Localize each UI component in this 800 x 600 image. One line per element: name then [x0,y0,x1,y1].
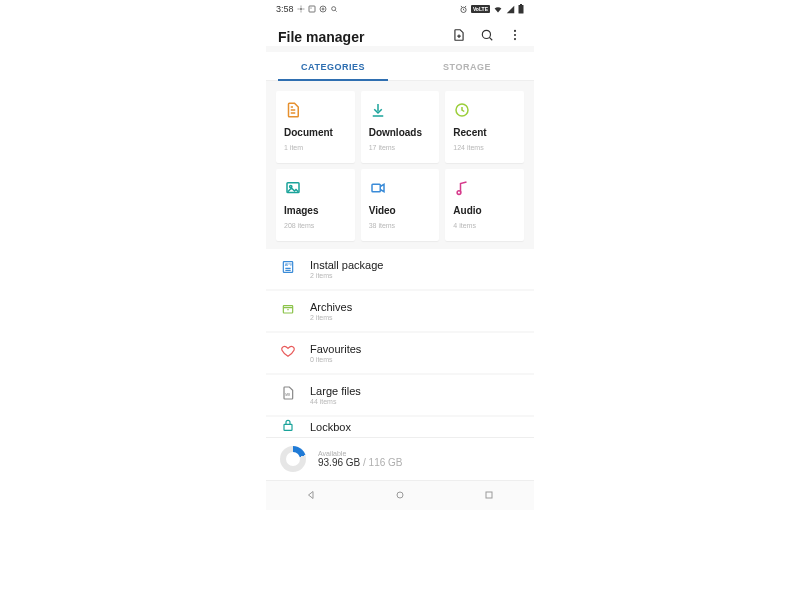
card-title: Downloads [369,127,432,138]
card-sub: 208 items [284,222,347,229]
alarm-icon [459,5,468,14]
list-title: Install package [310,259,383,271]
card-title: Audio [453,205,516,216]
download-icon [369,101,432,121]
more-vert-icon [508,28,522,42]
svg-point-23 [397,492,403,498]
card-downloads[interactable]: Downloads 17 items [361,91,440,163]
large-file-icon: MB [280,385,296,405]
recent-icon [453,101,516,121]
list-title: Archives [310,301,352,313]
circle-home-icon [394,489,406,501]
card-title: Images [284,205,347,216]
status-bar: 3:58 VoLTE [266,0,534,18]
svg-point-4 [320,6,326,12]
card-recent[interactable]: Recent 124 items [445,91,524,163]
list-sub: 44 items [310,398,361,405]
svg-rect-7 [519,5,524,14]
category-grid: Document 1 item Downloads 17 items Recen… [266,81,534,247]
tabs: CATEGORIES STORAGE [266,52,534,81]
android-nav-bar [266,480,534,510]
svg-point-3 [322,8,324,10]
storage-pie-icon [280,446,306,472]
card-title: Video [369,205,432,216]
app-header: File manager [266,18,534,46]
card-images[interactable]: Images 208 items [276,169,355,241]
card-video[interactable]: Video 38 items [361,169,440,241]
card-document[interactable]: Document 1 item [276,91,355,163]
tab-storage[interactable]: STORAGE [400,52,534,80]
images-icon [284,179,347,199]
svg-rect-1 [309,6,315,12]
svg-point-5 [331,7,335,11]
card-sub: 38 items [369,222,432,229]
location-icon [297,5,305,13]
card-sub: 17 items [369,144,432,151]
svg-text:APK: APK [285,262,293,267]
list-sub: 2 items [310,314,352,321]
square-recents-icon [483,489,495,501]
svg-rect-22 [284,424,292,430]
tab-categories[interactable]: CATEGORIES [266,52,400,80]
lock-icon [280,417,296,437]
list-item-archives[interactable]: Archives 2 items [266,291,534,331]
wifi-icon [493,5,503,14]
audio-icon [453,179,516,199]
svg-point-2 [310,8,311,9]
svg-rect-24 [486,492,492,498]
nav-home-button[interactable] [394,487,406,505]
video-icon [369,179,432,199]
svg-point-10 [514,30,516,32]
triangle-back-icon [305,489,317,501]
search-icon [480,28,494,42]
signal-icon [506,5,515,14]
battery-icon [518,4,524,14]
status-time: 3:58 [276,4,294,14]
overflow-menu-button[interactable] [508,28,522,46]
device-frame: 3:58 VoLTE File manager [266,0,534,510]
card-sub: 1 item [284,144,347,151]
card-title: Recent [453,127,516,138]
list-item-lockbox[interactable]: Lockbox [266,417,534,437]
list-sub: 0 items [310,356,361,363]
svg-point-12 [514,38,516,40]
svg-point-11 [514,34,516,36]
list-item-large-files[interactable]: MB Large files 44 items [266,375,534,415]
archive-icon [280,301,296,321]
image-status-icon [308,5,316,13]
nav-recents-button[interactable] [483,487,495,505]
storage-summary[interactable]: Available 93.96 GB / 116 GB [266,437,534,480]
heart-icon [280,343,296,363]
list-item-install-package[interactable]: APK Install package 2 items [266,249,534,289]
svg-point-9 [482,30,490,38]
card-title: Document [284,127,347,138]
list-title: Favourites [310,343,361,355]
svg-rect-16 [372,184,380,192]
search-button[interactable] [480,28,494,46]
apk-icon: APK [280,259,296,279]
network-badge: VoLTE [471,5,490,13]
new-file-icon [452,28,466,42]
list-item-favourites[interactable]: Favourites 0 items [266,333,534,373]
svg-point-17 [457,191,461,195]
card-sub: 4 items [453,222,516,229]
available-value: 93.96 GB / 116 GB [318,457,403,468]
page-title: File manager [278,29,364,45]
category-list: APK Install package 2 items Archives 2 i… [266,249,534,437]
available-label: Available [318,450,403,457]
card-sub: 124 items [453,144,516,151]
settings-status-icon [319,5,327,13]
svg-rect-8 [520,4,522,5]
nav-back-button[interactable] [305,487,317,505]
list-sub: 2 items [310,272,383,279]
svg-text:MB: MB [285,393,291,397]
list-title: Lockbox [310,421,351,433]
card-audio[interactable]: Audio 4 items [445,169,524,241]
new-file-button[interactable] [452,28,466,46]
document-icon [284,101,347,121]
search-status-icon [330,5,338,13]
list-title: Large files [310,385,361,397]
svg-point-0 [300,8,302,10]
